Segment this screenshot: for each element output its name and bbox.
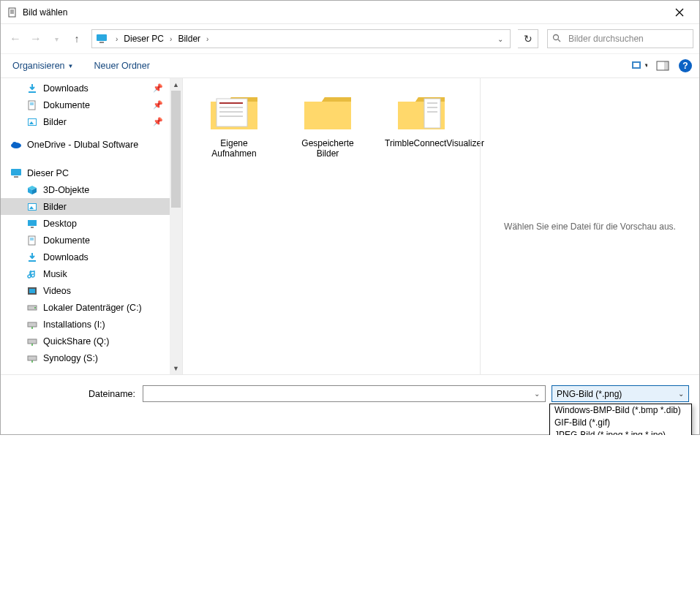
folder-icon <box>208 91 260 134</box>
breadcrumb-root[interactable]: Dieser PC <box>122 34 165 44</box>
tree-item-documents[interactable]: Dokumente📌 <box>1 96 182 113</box>
back-button[interactable]: ← <box>7 30 24 48</box>
tree-item-downloads[interactable]: Downloads <box>1 249 182 265</box>
search-placeholder: Bilder durchsuchen <box>568 34 644 44</box>
svg-text:▼: ▼ <box>644 62 647 69</box>
svg-rect-33 <box>31 227 34 228</box>
svg-rect-16 <box>29 101 35 110</box>
network-drive-icon <box>26 335 39 348</box>
organize-button[interactable]: Organisieren▼ <box>8 58 78 74</box>
new-folder-button[interactable]: Neuer Ordner <box>94 61 150 71</box>
tree-item-thispc[interactable]: Dieser PC <box>1 164 182 181</box>
tree-item-3dobjects[interactable]: 3D-Objekte <box>1 181 182 198</box>
chevron-right-icon: › <box>202 35 213 43</box>
cloud-icon <box>10 138 23 151</box>
folder-item[interactable]: Eigene Aufnahmen <box>197 91 271 159</box>
svg-point-41 <box>34 307 36 309</box>
pin-icon: 📌 <box>153 83 163 93</box>
filter-option[interactable]: JPEG-Bild (*.jpeg *.jpg *.jpe) <box>550 429 691 435</box>
document-icon <box>7 7 18 18</box>
svg-rect-46 <box>28 356 37 360</box>
recent-locations-button[interactable]: ▾ <box>48 30 65 48</box>
tree-item-drive-c[interactable]: Lokaler Datenträger (C:) <box>1 299 182 316</box>
network-drive-icon <box>26 352 39 365</box>
picture-icon <box>26 200 39 213</box>
filetype-dropdown[interactable]: Windows-BMP-Bild (*.bmp *.dib)GIF-Bild (… <box>549 404 692 435</box>
document-icon <box>26 99 39 112</box>
chevron-right-icon: › <box>111 35 122 43</box>
refresh-button[interactable]: ↻ <box>518 29 538 48</box>
view-mode-button[interactable]: ▼ <box>629 58 650 74</box>
filter-selected-label: PNG-Bild (*.png) <box>557 389 622 399</box>
filename-input[interactable]: ⌄ <box>143 385 546 402</box>
tree-item-onedrive[interactable]: OneDrive - Dlubal Software <box>1 136 182 153</box>
address-dropdown-button[interactable]: ⌄ <box>494 35 507 43</box>
filename-label: Dateiname: <box>11 389 143 399</box>
tree-item-drive-q[interactable]: QuickShare (Q:) <box>1 333 182 349</box>
scroll-thumb[interactable] <box>171 91 181 208</box>
download-icon <box>26 251 39 264</box>
up-button[interactable]: ↑ <box>68 30 86 48</box>
svg-line-9 <box>558 39 560 42</box>
chevron-right-icon: › <box>165 35 176 43</box>
address-bar[interactable]: › Dieser PC › Bilder › ⌄ <box>91 29 511 48</box>
search-icon <box>552 34 564 45</box>
preview-pane: Wählen Sie eine Datei für die Vorschau a… <box>480 78 699 374</box>
preview-message: Wählen Sie eine Datei für die Vorschau a… <box>504 222 676 232</box>
picture-icon <box>26 116 39 129</box>
close-button[interactable] <box>663 1 696 24</box>
svg-rect-25 <box>14 176 18 178</box>
toolbar: Organisieren▼ Neuer Ordner ▼ ? <box>1 53 699 78</box>
svg-rect-11 <box>633 63 639 67</box>
svg-rect-42 <box>28 322 37 327</box>
folder-item[interactable]: TrimbleConnectVisualizer <box>385 91 458 148</box>
tree-item-music[interactable]: Musik <box>1 265 182 282</box>
tree-item-documents[interactable]: Dokumente <box>1 232 182 249</box>
drive-icon <box>26 301 39 314</box>
svg-rect-34 <box>29 236 35 245</box>
file-list[interactable]: Eigene Aufnahmen Gespeicherte Bilder Tri… <box>183 78 480 374</box>
chevron-down-icon[interactable]: ⌄ <box>529 390 545 398</box>
video-icon <box>26 284 39 298</box>
filetype-filter[interactable]: PNG-Bild (*.png) ⌄ <box>552 385 689 402</box>
folder-icon <box>395 91 448 134</box>
tree-scrollbar[interactable]: ▲ ▼ <box>170 78 182 374</box>
svg-rect-32 <box>28 220 37 226</box>
svg-rect-15 <box>29 91 36 93</box>
tree-item-drive-s[interactable]: Synology (S:) <box>1 349 182 366</box>
tree-item-pictures-selected[interactable]: Bilder <box>1 198 182 215</box>
preview-pane-button[interactable] <box>652 58 673 74</box>
svg-rect-37 <box>29 260 36 262</box>
pin-icon: 📌 <box>153 117 163 126</box>
scroll-up-button[interactable]: ▲ <box>170 78 182 91</box>
document-icon <box>26 234 39 247</box>
help-button[interactable]: ? <box>679 59 692 72</box>
desktop-icon <box>26 217 39 230</box>
tree-item-downloads[interactable]: Downloads📌 <box>1 80 182 96</box>
tree-item-drive-i[interactable]: Installations (I:) <box>1 316 182 333</box>
folder-label: Gespeicherte Bilder <box>291 138 364 159</box>
folder-label: TrimbleConnectVisualizer <box>385 138 458 148</box>
svg-rect-6 <box>97 34 107 41</box>
folder-label: Eigene Aufnahmen <box>197 138 271 159</box>
content-area: Eigene Aufnahmen Gespeicherte Bilder Tri… <box>183 78 699 374</box>
scroll-down-button[interactable]: ▼ <box>170 362 182 374</box>
titlebar: Bild wählen <box>1 1 699 24</box>
folder-icon <box>301 91 354 134</box>
download-icon <box>26 82 39 95</box>
tree-item-videos[interactable]: Videos <box>1 282 182 299</box>
svg-rect-39 <box>29 289 35 293</box>
filter-option[interactable]: GIF-Bild (*.gif) <box>550 417 691 429</box>
nav-row: ← → ▾ ↑ › Dieser PC › Bilder › ⌄ ↻ Bilde… <box>1 24 699 53</box>
svg-rect-44 <box>28 339 37 344</box>
breadcrumb-folder[interactable]: Bilder <box>176 34 202 44</box>
filter-option[interactable]: Windows-BMP-Bild (*.bmp *.dib) <box>550 404 691 417</box>
svg-rect-24 <box>11 169 21 175</box>
pin-icon: 📌 <box>153 100 163 110</box>
forward-button[interactable]: → <box>27 30 45 48</box>
search-input[interactable]: Bilder durchsuchen <box>547 29 693 48</box>
tree-item-pictures[interactable]: Bilder📌 <box>1 113 182 130</box>
folder-item[interactable]: Gespeicherte Bilder <box>291 91 364 159</box>
tree-item-desktop[interactable]: Desktop <box>1 215 182 232</box>
nav-tree: Downloads📌 Dokumente📌 Bilder📌 OneDrive -… <box>1 78 183 374</box>
